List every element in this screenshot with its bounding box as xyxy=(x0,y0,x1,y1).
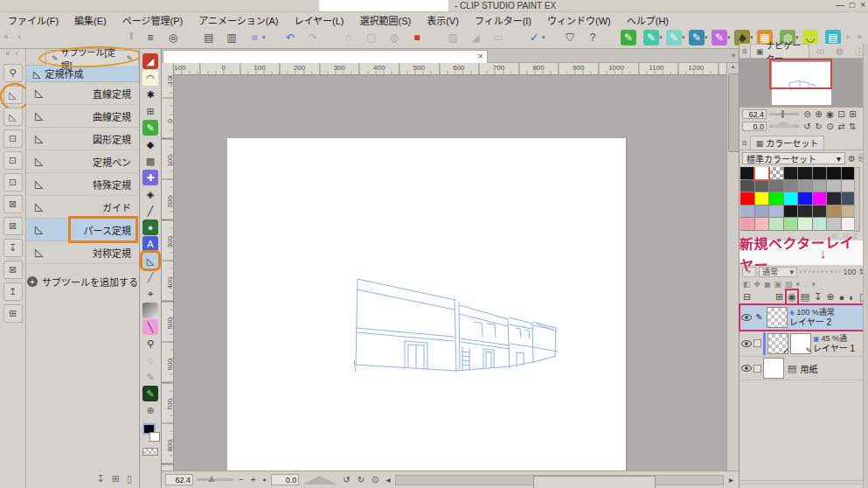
pen-tool-icon[interactable]: ✎ xyxy=(621,30,636,45)
tab-navigator[interactable]: ▣ ナビゲーター xyxy=(750,44,809,58)
color-swatch[interactable] xyxy=(826,167,842,180)
ruler-range-icon[interactable]: ◌ xyxy=(803,280,808,289)
scroll-up-icon[interactable]: ▴ xyxy=(727,63,739,72)
menu-item[interactable]: 編集(E) xyxy=(66,13,115,27)
layer-name[interactable]: レイヤー 2 xyxy=(789,317,835,327)
correction-tool-icon[interactable]: ✎ xyxy=(142,369,158,385)
lock-layer-icon[interactable]: ◼ xyxy=(764,280,770,289)
color-swatch[interactable] xyxy=(826,179,842,193)
panel-menu-icon[interactable]: ≡ xyxy=(742,138,747,148)
ruler-subtool-list-icon[interactable]: ◺ xyxy=(3,86,23,104)
dropdown-icon[interactable]: ▾ xyxy=(796,280,801,289)
undo-icon[interactable]: ↶ xyxy=(282,30,298,45)
folder-grid-icon[interactable]: ⊡ xyxy=(3,129,23,148)
collapse-arrows-icon[interactable]: « ‹ xyxy=(0,49,25,60)
color-swatch[interactable] xyxy=(740,217,755,231)
menu-item[interactable]: 選択範囲(S) xyxy=(352,13,420,27)
scroll-right-icon[interactable]: ▸ xyxy=(727,475,735,485)
delete-subtool-icon[interactable]: ▯ xyxy=(127,473,132,485)
import-subtool-icon[interactable]: ↧ xyxy=(97,473,105,485)
document-tab[interactable]: × xyxy=(163,50,488,63)
help-balloon-icon[interactable]: ? xyxy=(585,30,601,45)
rotate-left-button[interactable]: ↺ xyxy=(341,475,351,485)
layer-row-paper[interactable]: ▤ 用紙 xyxy=(740,357,868,380)
color-swatch[interactable] xyxy=(797,217,813,231)
dropdown-arrow-icon[interactable]: ▾ xyxy=(705,34,711,41)
color-swatch[interactable] xyxy=(754,192,770,206)
dropdown-arrow-icon[interactable]: ▾ xyxy=(750,34,756,41)
dropdown-arrow-icon[interactable]: ▾ xyxy=(262,34,268,41)
nav-flip-horizontal-icon[interactable]: ⇄ xyxy=(836,121,847,131)
balloon-tool-icon[interactable]: ◠ xyxy=(142,70,158,86)
navigator-view-frame[interactable] xyxy=(769,59,832,89)
ruler-settings-icon[interactable]: ◺ xyxy=(3,108,23,126)
overflow-arrows-icon[interactable]: › » xyxy=(846,31,865,41)
transfer-to-layer-icon[interactable]: ↧ xyxy=(814,291,822,303)
dropdown-arrow-icon[interactable]: ▾ xyxy=(727,34,733,41)
crop-mark-icon[interactable]: ▨ xyxy=(445,30,461,45)
new-raster-layer-icon[interactable]: ⊞ xyxy=(775,291,783,303)
menu-item[interactable]: ヘルプ(H) xyxy=(619,13,677,27)
zoom-out-button[interactable]: − xyxy=(237,475,246,485)
layer-checkbox[interactable] xyxy=(753,339,761,347)
triangle-mask-icon[interactable]: ◢ xyxy=(468,30,483,45)
visibility-eye-icon[interactable] xyxy=(741,340,752,347)
layer-name[interactable]: 用紙 xyxy=(800,362,817,375)
tab-reference-icon[interactable]: ◍ xyxy=(831,46,848,56)
nav-rotate-left-icon[interactable]: ↺ xyxy=(802,121,813,131)
color-swatch[interactable] xyxy=(826,205,842,219)
clip-to-layer-below-icon[interactable]: ◧ xyxy=(743,280,751,289)
folder-star-icon[interactable]: ⊡ xyxy=(3,173,23,192)
color-swatch[interactable] xyxy=(740,205,755,219)
subtool-list-item[interactable]: ◺ 直線定規 xyxy=(26,82,139,105)
menu-item[interactable]: レイヤー(L) xyxy=(286,13,351,27)
tab-list-icon[interactable]: ▾ xyxy=(732,52,735,59)
color-swatch[interactable] xyxy=(740,192,755,206)
color-swatch[interactable] xyxy=(797,167,813,180)
color-swatch[interactable] xyxy=(812,217,828,231)
nav-rotate-reset-icon[interactable]: ⊙ xyxy=(824,121,836,131)
nav-zoom-reset-icon[interactable]: ◉ xyxy=(824,108,836,119)
color-swatch[interactable] xyxy=(797,192,813,206)
snap-ruler-icon[interactable]: ✓ xyxy=(526,30,542,45)
gradient-tool-icon[interactable] xyxy=(142,303,158,318)
main-menu-icon[interactable]: ≡ xyxy=(142,30,158,45)
rotation-value-field[interactable]: 0.0 xyxy=(271,474,299,485)
visibility-eye-icon[interactable] xyxy=(741,314,752,321)
fill-area-icon[interactable]: ◍ xyxy=(386,30,402,45)
canvas-workspace[interactable] xyxy=(174,75,726,471)
color-swatch[interactable] xyxy=(797,205,813,219)
colorset-scrollbar[interactable] xyxy=(854,167,860,232)
menu-item[interactable]: ページ管理(P) xyxy=(115,13,191,27)
reset-rotation-button[interactable]: ⊙ xyxy=(370,475,380,485)
layer-row-layer1[interactable]: ✓ ✎ ▣ 45 %通 レイヤー 1 xyxy=(740,331,868,357)
dropdown-arrow-icon[interactable]: ▾ xyxy=(659,34,665,41)
nav-zoom-in-icon[interactable]: ⊕ xyxy=(813,108,824,119)
maximize-button[interactable]: □ xyxy=(850,0,855,10)
airbrush-tool-icon[interactable]: ✎ xyxy=(689,30,705,45)
navigator-zoom-slider[interactable] xyxy=(769,113,799,115)
new-vector-layer-icon[interactable]: ◉ xyxy=(788,291,796,303)
subtool-list-item[interactable]: ◺ 曲線定規 xyxy=(26,105,139,128)
subtool-list-item[interactable]: ◺ 図形定規 xyxy=(26,128,139,150)
minimize-button[interactable]: — xyxy=(836,0,844,10)
lock-transparent-icon[interactable]: ▣ xyxy=(774,280,782,289)
color-swatch[interactable] xyxy=(783,217,799,231)
box-delete2-icon[interactable]: ⊠ xyxy=(3,217,23,235)
rotate-right-button[interactable]: ↻ xyxy=(356,475,366,485)
color-swatch[interactable] xyxy=(783,167,799,180)
clear-icon[interactable]: ▢ xyxy=(364,30,379,45)
new-folder-icon[interactable]: ▤ xyxy=(801,291,809,303)
scrollbar-thumb[interactable] xyxy=(533,476,656,488)
nav-fit-window-icon[interactable]: ⊡ xyxy=(836,108,847,119)
close-button[interactable]: × xyxy=(860,0,865,10)
zoom-in-button[interactable]: + xyxy=(249,475,258,485)
color-swatch[interactable] xyxy=(768,205,784,219)
vector-pen-tool-icon[interactable]: ✎ xyxy=(142,386,158,401)
subtool-list-item[interactable]: ◺ 対称定規 xyxy=(26,241,139,264)
navigator-rotation-slider[interactable] xyxy=(769,125,799,128)
horizontal-scrollbar[interactable] xyxy=(395,475,724,485)
menu-item[interactable]: 表示(V) xyxy=(419,13,467,27)
color-swatch[interactable] xyxy=(783,192,799,206)
color-swatch[interactable] xyxy=(812,205,828,219)
